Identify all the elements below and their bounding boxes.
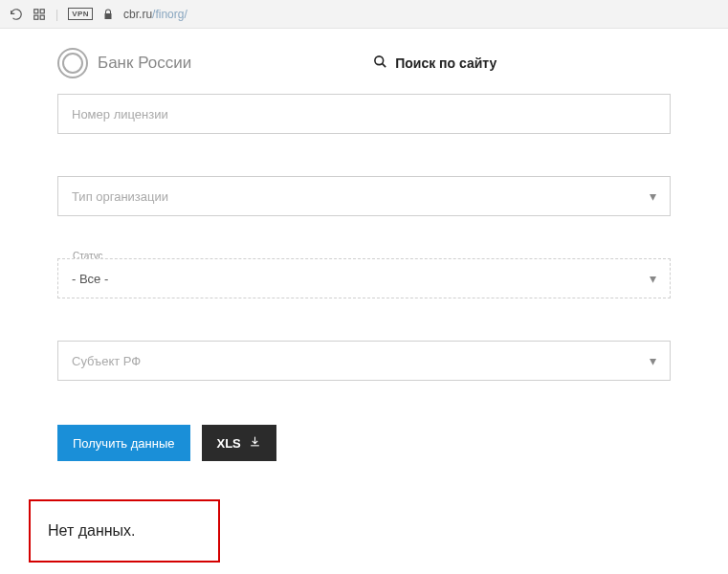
export-xls-button[interactable]: XLS: [202, 425, 276, 461]
results-message-box: Нет данных.: [29, 499, 220, 563]
input-placeholder: Номер лицензии: [72, 107, 168, 121]
site-logo[interactable]: Банк России: [57, 48, 191, 78]
chevron-down-icon: ▾: [650, 353, 656, 368]
svg-line-5: [383, 63, 386, 67]
submit-button[interactable]: Получить данные: [57, 425, 190, 461]
svg-rect-2: [34, 15, 38, 19]
select-placeholder: Тип организации: [72, 189, 168, 204]
region-select[interactable]: Субъект РФ ▾: [57, 341, 671, 381]
vpn-badge[interactable]: VPN: [68, 8, 93, 20]
svg-rect-3: [40, 15, 44, 19]
toolbar-divider: |: [55, 8, 58, 21]
url-host: cbr.ru: [123, 8, 152, 21]
address-bar[interactable]: cbr.ru/finorg/: [123, 8, 188, 21]
browser-toolbar: | VPN cbr.ru/finorg/: [0, 0, 728, 29]
emblem-icon: [57, 48, 88, 78]
search-icon: [373, 55, 387, 72]
site-search[interactable]: Поиск по сайту: [373, 55, 496, 72]
download-icon: [249, 435, 261, 451]
svg-rect-0: [34, 9, 38, 12]
no-data-message: Нет данных.: [48, 522, 136, 539]
export-xls-label: XLS: [217, 436, 241, 451]
site-name: Банк России: [98, 54, 191, 73]
site-search-label: Поиск по сайту: [395, 55, 496, 71]
svg-rect-1: [40, 9, 44, 12]
site-header: Банк России Поиск по сайту: [10, 29, 718, 88]
url-path: /finorg/: [152, 8, 188, 21]
reload-icon[interactable]: [10, 8, 23, 21]
apps-grid-icon[interactable]: [33, 8, 46, 21]
chevron-down-icon: ▾: [650, 271, 656, 286]
chevron-down-icon: ▾: [650, 188, 656, 204]
submit-button-label: Получить данные: [73, 436, 175, 451]
license-number-input[interactable]: Номер лицензии: [57, 94, 671, 134]
lock-icon: [102, 9, 114, 20]
svg-point-4: [375, 56, 384, 65]
status-select[interactable]: - Все - ▾: [57, 258, 671, 298]
select-placeholder: Субъект РФ: [72, 354, 141, 368]
organization-type-select[interactable]: Тип организации ▾: [57, 176, 671, 216]
status-value: - Все -: [72, 272, 108, 286]
